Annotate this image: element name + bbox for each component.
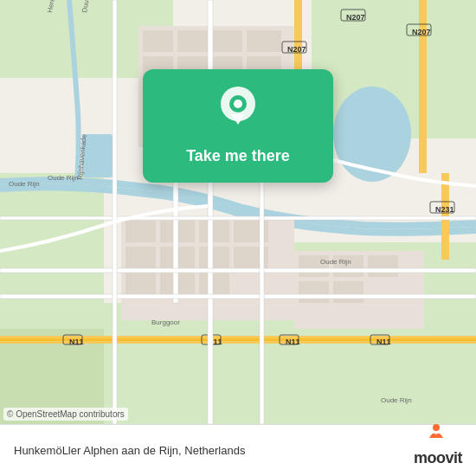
location-pin-icon: [219, 87, 257, 135]
location-name: HunkemöLler Alphen aan de Rijn, Netherla…: [14, 444, 245, 457]
svg-rect-70: [260, 173, 264, 424]
svg-rect-67: [0, 294, 476, 299]
svg-rect-42: [333, 281, 363, 303]
svg-rect-13: [199, 221, 229, 242]
svg-rect-15: [125, 247, 156, 268]
svg-text:N11: N11: [286, 338, 300, 346]
svg-text:Oude Rijn: Oude Rijn: [9, 180, 40, 188]
svg-rect-69: [113, 0, 117, 424]
svg-rect-41: [299, 281, 329, 303]
svg-rect-17: [199, 247, 229, 268]
svg-rect-23: [143, 30, 173, 52]
svg-text:Oude Rijn: Oude Rijn: [320, 258, 351, 266]
location-card: Take me there: [143, 69, 333, 183]
svg-text:N207: N207: [346, 13, 365, 22]
moovit-brand-text: moovit: [414, 449, 462, 467]
svg-rect-25: [212, 30, 242, 52]
take-me-there-button[interactable]: Take me there: [186, 144, 290, 169]
svg-point-81: [234, 100, 242, 108]
svg-rect-66: [0, 268, 476, 273]
svg-text:N11: N11: [376, 338, 391, 346]
svg-rect-6: [216, 312, 286, 424]
map-container: N11 N11 N11 N11 N207 N207 N207 N231 Rijn…: [0, 0, 476, 424]
svg-text:Oude Rijn: Oude Rijn: [381, 396, 412, 404]
svg-rect-40: [368, 255, 398, 277]
svg-text:Oude Rijn: Oude Rijn: [48, 174, 79, 182]
svg-text:N11: N11: [69, 338, 84, 346]
svg-text:Burggoor: Burggoor: [151, 318, 180, 326]
svg-rect-58: [294, 0, 302, 78]
moovit-logo: moovit: [414, 449, 462, 467]
svg-rect-68: [0, 216, 476, 220]
svg-rect-19: [125, 273, 156, 294]
moovit-icon: [424, 422, 448, 438]
svg-point-83: [433, 424, 440, 431]
svg-rect-24: [177, 30, 208, 52]
svg-text:N207: N207: [412, 28, 431, 36]
svg-rect-26: [247, 30, 281, 52]
svg-text:N207: N207: [287, 45, 306, 54]
svg-text:N231: N231: [435, 205, 454, 214]
svg-rect-21: [199, 273, 229, 294]
osm-attribution: © OpenStreetMap contributors: [3, 408, 128, 421]
svg-point-8: [333, 87, 411, 182]
svg-rect-53: [419, 0, 427, 173]
svg-rect-11: [125, 221, 156, 242]
svg-rect-64: [208, 0, 213, 424]
bottom-bar: HunkemöLler Alphen aan de Rijn, Netherla…: [0, 424, 476, 476]
